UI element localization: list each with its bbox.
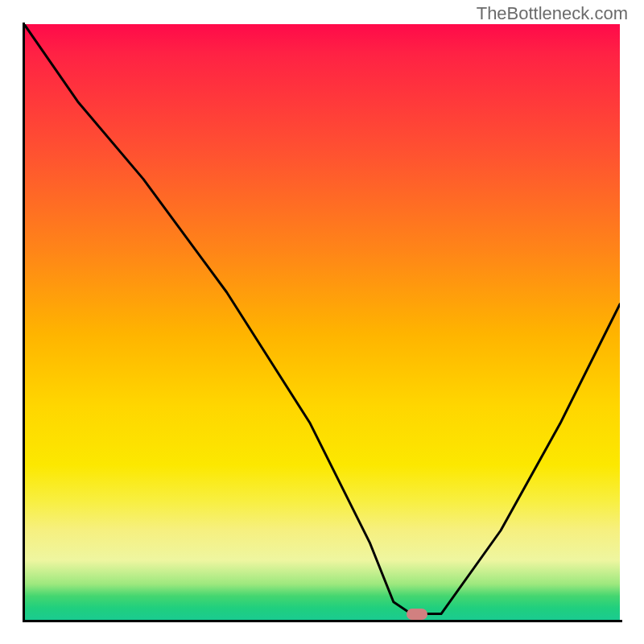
optimal-marker [407,609,427,620]
y-axis [23,23,25,622]
x-axis [23,620,622,622]
plot-gradient-background [24,24,620,620]
chart-container: TheBottleneck.com [0,0,644,644]
watermark-text: TheBottleneck.com [477,3,628,24]
